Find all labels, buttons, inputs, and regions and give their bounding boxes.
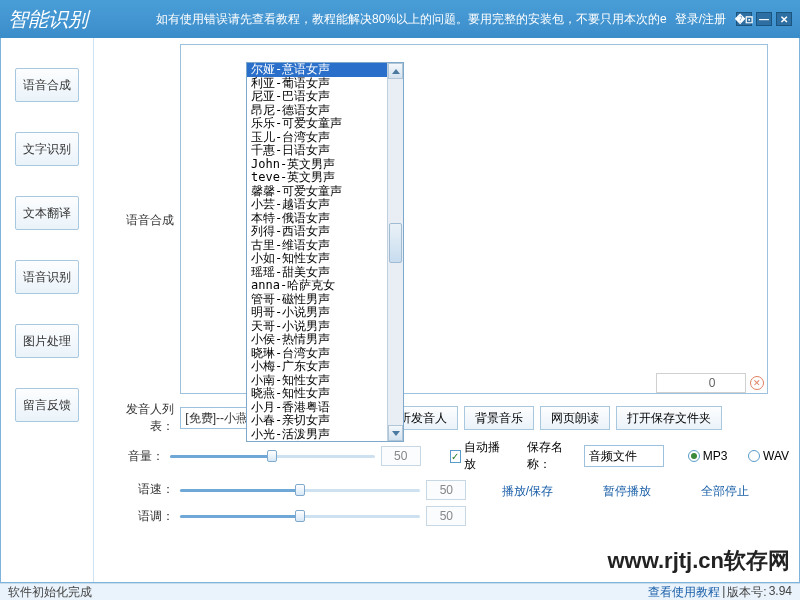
statusbar: 软件初始化完成 查看使用教程 | 版本号: 3.94 — [0, 583, 800, 600]
titlebar: 智能识别 如有使用错误请先查看教程，教程能解决80%以上的问题。要用完整的安装包… — [0, 0, 800, 38]
app-title: 智能识别 — [8, 6, 128, 33]
volume-label: 音量： — [104, 448, 164, 465]
dropdown-item[interactable]: 小芸-越语女声 — [247, 198, 387, 212]
dropdown-item[interactable]: 玉儿-台湾女声 — [247, 131, 387, 145]
nav-ocr[interactable]: 文字识别 — [15, 132, 79, 166]
sidebar: 语音合成 文字识别 文本翻译 语音识别 图片处理 留言反馈 — [1, 38, 94, 582]
dropdown-item[interactable]: 利亚-葡语女声 — [247, 77, 387, 91]
nav-feedback[interactable]: 留言反馈 — [15, 388, 79, 422]
dropdown-item[interactable]: 小梅-广东女声 — [247, 360, 387, 374]
version-label: 版本号: — [727, 584, 766, 600]
tutorial-link[interactable]: 查看使用教程 — [648, 584, 720, 600]
dropdown-item[interactable]: 古里-维语女声 — [247, 239, 387, 253]
dropdown-item[interactable]: 小光-活泼男声 — [247, 428, 387, 442]
dropdown-item[interactable]: 瑶瑶-甜美女声 — [247, 266, 387, 280]
format-wav-radio[interactable]: WAV — [748, 449, 789, 463]
dropdown-item[interactable]: 尔娅-意语女声 — [247, 63, 387, 77]
dropdown-item[interactable]: teve-英文男声 — [247, 171, 387, 185]
voice-list-label: 发音人列表： — [104, 401, 174, 435]
dropdown-item[interactable]: 明哥-小说男声 — [247, 306, 387, 320]
login-link[interactable]: 登录/注册 — [675, 11, 726, 28]
speed-slider[interactable] — [180, 480, 420, 500]
pitch-slider[interactable] — [180, 506, 420, 526]
stop-all-link[interactable]: 全部停止 — [701, 483, 749, 500]
open-folder-button[interactable]: 打开保存文件夹 — [616, 406, 722, 430]
main-panel: 语音合成 0 ✕ 发音人列表： [免费]--小燕女 ♡ 试听发音人 背景音乐 网… — [94, 38, 799, 582]
nav-translate[interactable]: 文本翻译 — [15, 196, 79, 230]
volume-slider[interactable] — [170, 446, 375, 466]
scroll-up-icon[interactable] — [388, 63, 403, 79]
dropdown-item[interactable]: 管哥-磁性男声 — [247, 293, 387, 307]
voice-dropdown[interactable]: 尔娅-意语女声利亚-葡语女声尼亚-巴语女声昂尼-德语女声乐乐-可爱女童声玉儿-台… — [246, 62, 404, 442]
scroll-down-icon[interactable] — [388, 425, 403, 441]
savename-input[interactable] — [584, 445, 664, 467]
dropdown-item[interactable]: 昂尼-德语女声 — [247, 104, 387, 118]
dropdown-item[interactable]: 小月-香港粤语 — [247, 401, 387, 415]
nav-asr[interactable]: 语音识别 — [15, 260, 79, 294]
pause-link[interactable]: 暂停播放 — [603, 483, 651, 500]
dropdown-item[interactable]: 天哥-小说男声 — [247, 320, 387, 334]
dropdown-item[interactable]: 尼亚-巴语女声 — [247, 90, 387, 104]
pitch-label: 语调： — [104, 508, 174, 525]
dropdown-item[interactable]: 本特-俄语女声 — [247, 212, 387, 226]
settings-icon[interactable]: �⊡ — [736, 12, 752, 26]
section-label: 语音合成 — [104, 212, 174, 229]
close-button[interactable]: ✕ — [776, 12, 792, 26]
clear-icon[interactable]: ✕ — [750, 376, 764, 390]
bgm-button[interactable]: 背景音乐 — [464, 406, 534, 430]
dropdown-item[interactable]: 小侯-热情男声 — [247, 333, 387, 347]
savename-label: 保存名称： — [527, 439, 578, 473]
autoplay-checkbox[interactable]: ✓自动播放 — [450, 439, 505, 473]
dropdown-item[interactable]: 小如-知性女声 — [247, 252, 387, 266]
dropdown-item[interactable]: 晓燕-知性女声 — [247, 387, 387, 401]
minimize-button[interactable]: — — [756, 12, 772, 26]
webread-button[interactable]: 网页朗读 — [540, 406, 610, 430]
dropdown-item[interactable]: John-英文男声 — [247, 158, 387, 172]
nav-image[interactable]: 图片处理 — [15, 324, 79, 358]
pitch-value[interactable] — [426, 506, 466, 526]
dropdown-item[interactable]: anna-哈萨克女 — [247, 279, 387, 293]
dropdown-item[interactable]: 晓琳-台湾女声 — [247, 347, 387, 361]
speed-label: 语速： — [104, 481, 174, 498]
dropdown-item[interactable]: 小南-知性女声 — [247, 374, 387, 388]
speed-value[interactable] — [426, 480, 466, 500]
nav-tts[interactable]: 语音合成 — [15, 68, 79, 102]
dropdown-item[interactable]: 馨馨-可爱女童声 — [247, 185, 387, 199]
dropdown-scrollbar[interactable] — [387, 63, 403, 441]
volume-value[interactable] — [381, 446, 421, 466]
version-number: 3.94 — [769, 584, 792, 600]
play-save-link[interactable]: 播放/保存 — [502, 483, 553, 500]
title-message: 如有使用错误请先查看教程，教程能解决80%以上的问题。要用完整的安装包，不要只用… — [128, 11, 667, 28]
dropdown-item[interactable]: 千惠-日语女声 — [247, 144, 387, 158]
format-mp3-radio[interactable]: MP3 — [688, 449, 728, 463]
dropdown-item[interactable]: 小春-亲切女声 — [247, 414, 387, 428]
dropdown-item[interactable]: 乐乐-可爱女童声 — [247, 117, 387, 131]
scroll-thumb[interactable] — [389, 223, 402, 263]
status-text: 软件初始化完成 — [8, 584, 648, 600]
char-counter: 0 — [656, 373, 746, 393]
dropdown-item[interactable]: 列得-西语女声 — [247, 225, 387, 239]
